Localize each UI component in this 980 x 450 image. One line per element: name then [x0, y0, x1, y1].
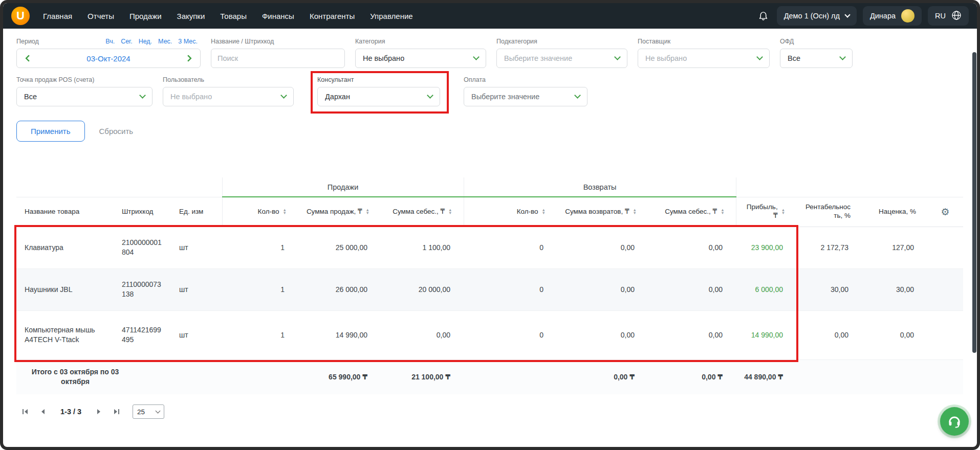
col-header-sales-cost[interactable]: Сумма себес., ₸▲▼ [381, 197, 464, 227]
col-header-sales-sum[interactable]: Сумма продаж, ₸▲▼ [298, 197, 381, 227]
nav-item-sales[interactable]: Продажи [129, 12, 162, 20]
last-page-button[interactable] [111, 407, 121, 416]
sort-icon[interactable]: ▲▼ [283, 209, 287, 215]
globe-icon [951, 10, 962, 22]
cell-profitability: 30,00 [796, 268, 862, 310]
nav-item-management[interactable]: Управление [370, 12, 412, 20]
cell-sales-qty: 1 [222, 268, 298, 310]
pos-label: Точка продаж POS (счета) [16, 76, 153, 83]
apply-button[interactable]: Применить [16, 121, 85, 142]
nav-item-products[interactable]: Товары [220, 12, 247, 20]
period-shortcuts: Вч. Сег. Нед. Мес. 3 Мес. [105, 38, 201, 45]
period-label: Период [16, 38, 39, 45]
col-header-return-sum[interactable]: Сумма возвратов, ₸▲▼ [557, 197, 648, 227]
totals-empty [796, 359, 963, 394]
sort-icon[interactable]: ▲▼ [448, 209, 452, 215]
group-header-returns: Возвраты [464, 177, 736, 197]
col-header-return-qty[interactable]: Кол-во▲▼ [464, 197, 557, 227]
col-header-return-cost[interactable]: Сумма себес., ₸▲▼ [648, 197, 736, 227]
app-logo[interactable]: U [11, 7, 30, 25]
next-page-icon [95, 408, 102, 415]
nav-item-finance[interactable]: Финансы [262, 12, 294, 20]
chevron-down-icon [156, 409, 161, 414]
next-day-button[interactable] [177, 49, 200, 68]
first-page-button[interactable] [20, 407, 31, 416]
next-page-button[interactable] [94, 407, 103, 416]
col-header-profit[interactable]: Прибыль, ₸▲▼ [736, 197, 796, 227]
cell-markup: 127,00 [862, 227, 927, 268]
table-row[interactable]: Наушники JBL 2110000073138 шт 1 26 000,0… [16, 268, 963, 310]
consultant-label: Консультант [317, 76, 440, 83]
period-shortcut-yesterday[interactable]: Вч. [105, 38, 115, 45]
subcategory-filter: Подкатегория Выберите значение [496, 38, 627, 68]
support-button[interactable] [940, 407, 969, 436]
page-size-select[interactable]: 25 [133, 404, 164, 419]
last-page-icon [112, 408, 120, 415]
language-selector[interactable]: RU [928, 6, 969, 26]
supplier-select[interactable]: Не выбрано [638, 49, 770, 68]
nav-item-purchases[interactable]: Закупки [177, 12, 205, 20]
reset-button[interactable]: Сбросить [99, 127, 134, 136]
nav-item-home[interactable]: Главная [43, 12, 72, 20]
period-shortcut-3months[interactable]: 3 Мес. [178, 38, 198, 45]
col-header-sales-qty[interactable]: Кол-во▲▼ [222, 197, 298, 227]
cell-return-cost: 0,00 [648, 227, 736, 268]
payment-select[interactable]: Выберите значение [464, 87, 587, 106]
group-blank-left [16, 177, 222, 197]
consultant-value: Дархан [325, 93, 350, 101]
subcategory-select[interactable]: Выберите значение [496, 49, 627, 68]
sort-icon[interactable]: ▲▼ [366, 209, 369, 215]
period-shortcut-week[interactable]: Нед. [139, 38, 152, 45]
totals-row: Итого с 03 октября по 03 октября 65 990,… [16, 359, 963, 394]
cell-sales-cost: 20 000,00 [381, 268, 464, 310]
totals-sales-sum: 65 990,00 ₸ [298, 359, 381, 394]
cell-barcode: 2110000073138 [114, 268, 171, 310]
payment-filter: Оплата Выберите значение [464, 76, 587, 106]
scrollbar[interactable] [972, 52, 976, 353]
prev-page-button[interactable] [39, 407, 48, 416]
logo-letter: U [16, 9, 25, 22]
period-shortcut-today[interactable]: Сег. [121, 38, 133, 45]
user-name: Динара [870, 12, 896, 20]
top-navigation: U Главная Отчеты Продажи Закупки Товары … [3, 3, 977, 29]
date-picker: 03-Окт-2024 [16, 49, 201, 68]
chevron-down-icon [473, 54, 480, 60]
period-shortcut-month[interactable]: Мес. [158, 38, 172, 45]
consultant-select[interactable]: Дархан [317, 87, 440, 106]
cell-sales-cost: 0,00 [381, 310, 464, 359]
date-value[interactable]: 03-Окт-2024 [40, 49, 177, 68]
cell-product-name: Наушники JBL [16, 268, 114, 310]
cell-markup: 30,00 [862, 268, 927, 310]
period-filter: Период Вч. Сег. Нед. Мес. 3 Мес. 03-Окт-… [16, 38, 201, 68]
sort-icon[interactable]: ▲▼ [542, 209, 546, 215]
user-filter: Пользователь Не выбрано [163, 76, 294, 106]
cell-product-name: Компьютерная мышь A4TECH V-Ttack [16, 310, 114, 359]
user-menu[interactable]: Динара [863, 6, 922, 26]
nav-item-reports[interactable]: Отчеты [88, 12, 114, 20]
prev-day-button[interactable] [17, 49, 40, 68]
totals-empty [222, 359, 298, 394]
totals-return-sum: 0,00 ₸ [557, 359, 648, 394]
cell-return-qty: 0 [464, 268, 557, 310]
group-header-sales: Продажи [222, 177, 464, 197]
cell-profit: 23 900,00 [736, 227, 796, 268]
sort-icon[interactable]: ▲▼ [633, 209, 637, 215]
category-select[interactable]: Не выбрано [355, 49, 486, 68]
notifications-button[interactable] [756, 8, 771, 25]
user-select[interactable]: Не выбрано [163, 87, 294, 106]
pos-filter: Точка продаж POS (счета) Все [16, 76, 153, 106]
prev-page-icon [40, 408, 47, 415]
chevron-down-icon [427, 92, 433, 99]
search-input[interactable] [211, 49, 345, 68]
ofd-select[interactable]: Все [780, 49, 853, 68]
language-code: RU [935, 12, 946, 20]
sort-icon[interactable]: ▲▼ [721, 209, 724, 215]
nav-item-contractors[interactable]: Контрагенты [310, 12, 355, 20]
table-row[interactable]: Компьютерная мышь A4TECH V-Ttack 4711421… [16, 310, 963, 359]
pos-select[interactable]: Все [16, 87, 153, 106]
settings-icon[interactable]: ⚙ [941, 206, 950, 217]
sort-icon[interactable]: ▲▼ [781, 209, 785, 215]
table-row[interactable]: Клавиатура 2100000001804 шт 1 25 000,00 … [16, 227, 963, 268]
main-menu: Главная Отчеты Продажи Закупки Товары Фи… [43, 12, 413, 20]
account-selector[interactable]: Демо 1 (Осн) лд [777, 6, 857, 26]
